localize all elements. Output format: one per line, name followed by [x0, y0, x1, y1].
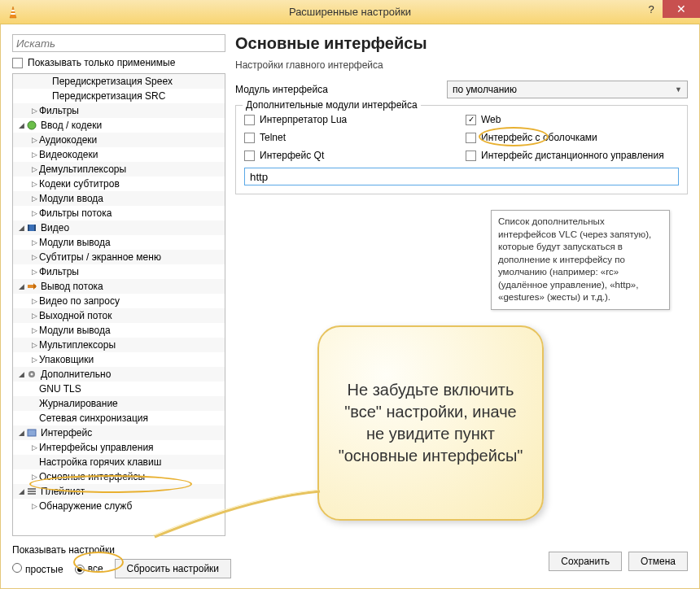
tree-item[interactable]: ▷Мультиплексоры — [13, 338, 225, 352]
tree-item-label: Вывод потока — [41, 281, 103, 292]
disclosure-icon[interactable]: ▷ — [29, 136, 39, 144]
radio-simple[interactable]: простые — [12, 563, 63, 575]
vlc-cone-icon — [7, 6, 20, 19]
tree-item[interactable]: ▷Модули ввода — [13, 191, 225, 206]
tree-item[interactable]: ◢Вывод потока — [13, 279, 225, 294]
svg-marker-8 — [33, 283, 37, 290]
svg-rect-14 — [28, 493, 36, 495]
telnet-label: Telnet — [260, 132, 286, 143]
stream-icon — [26, 281, 37, 292]
svg-rect-13 — [28, 491, 36, 492]
lua-checkbox[interactable] — [244, 115, 255, 125]
disclosure-icon[interactable]: ◢ — [16, 370, 26, 378]
tree-item[interactable]: Сетевая синхронизация — [13, 411, 225, 425]
disclosure-icon[interactable]: ▷ — [29, 356, 39, 364]
tree-item[interactable]: ◢Ввод / кодеки — [13, 118, 225, 133]
tree-item[interactable]: Журналирование — [13, 396, 225, 411]
skins-checkbox[interactable] — [466, 133, 476, 143]
tree-item[interactable]: ◢Дополнительно — [13, 367, 225, 382]
tree-item[interactable]: ▷Видео по запросу — [13, 294, 225, 308]
tree-item-label: Дополнительно — [41, 369, 111, 380]
tree-item[interactable]: ▷Видеокодеки — [13, 147, 225, 162]
interface-module-dropdown[interactable]: по умолчанию ▼ — [447, 81, 688, 98]
tree-item[interactable]: ▷Демультиплексоры — [13, 162, 225, 177]
tree-item[interactable]: ◢Видео — [13, 220, 225, 235]
tree-item[interactable]: ▷Выходной поток — [13, 308, 225, 323]
disclosure-icon[interactable]: ◢ — [16, 121, 26, 129]
titlebar: Расширенные настройки ? ✕ — [0, 0, 700, 24]
web-checkbox[interactable] — [466, 115, 476, 125]
tree-item[interactable]: Передискретизация Speex — [13, 74, 225, 89]
close-button[interactable]: ✕ — [663, 0, 700, 18]
reset-button[interactable]: Сбросить настройки — [115, 559, 231, 578]
tree-item[interactable]: ▷Модули вывода — [13, 235, 225, 250]
disclosure-icon[interactable]: ▷ — [29, 502, 39, 510]
disclosure-icon[interactable]: ▷ — [29, 107, 39, 115]
qt-checkbox[interactable] — [244, 151, 255, 161]
disclosure-icon[interactable]: ▷ — [29, 165, 39, 173]
tree-item[interactable]: ▷Фильтры потока — [13, 206, 225, 220]
remote-checkbox[interactable] — [466, 151, 476, 161]
tree-item[interactable]: ▷Интерфейсы управления — [13, 440, 225, 455]
tree-item-label: Фильтры — [39, 105, 79, 116]
save-button[interactable]: Сохранить — [549, 552, 622, 571]
gear-icon — [26, 369, 37, 380]
tree-item-label: Фильтры потока — [39, 207, 112, 219]
cancel-button[interactable]: Отмена — [628, 552, 688, 571]
disclosure-icon[interactable]: ◢ — [16, 487, 26, 495]
page-title: Основные интерфейсы — [235, 34, 688, 53]
tree-item-label: Аудиокодеки — [39, 134, 97, 146]
tree-item-label: Модули вывода — [39, 237, 111, 248]
tree-item[interactable]: ▷Фильтры — [13, 103, 225, 118]
tree-item-label: Обнаружение служб — [39, 500, 132, 512]
disclosure-icon[interactable]: ◢ — [16, 224, 26, 232]
tree-item[interactable]: ◢Плейлист — [13, 484, 225, 499]
disclosure-icon[interactable]: ▷ — [29, 326, 39, 334]
tree-item-label: Видеокодеки — [39, 149, 98, 160]
disclosure-icon[interactable]: ◢ — [16, 282, 26, 290]
help-button[interactable]: ? — [640, 0, 663, 18]
extra-interfaces-fieldset: Дополнительные модули интерфейса Интерпр… — [235, 105, 688, 194]
tree-item[interactable]: ▷Субтитры / экранное меню — [13, 250, 225, 264]
tooltip: Список дополнительных интерфейсов VLC (ч… — [491, 210, 670, 310]
tree-item[interactable]: ▷Фильтры — [13, 264, 225, 279]
search-input[interactable] — [12, 34, 225, 52]
disclosure-icon[interactable]: ▷ — [29, 151, 39, 159]
extra-interfaces-input[interactable] — [244, 168, 679, 185]
telnet-checkbox[interactable] — [244, 133, 255, 143]
tree-item-label: Основные интерфейсы — [39, 471, 145, 482]
tree-item[interactable]: Настройка горячих клавиш — [13, 455, 225, 469]
disclosure-icon[interactable]: ▷ — [29, 443, 39, 452]
svg-point-3 — [28, 121, 36, 129]
tree-item-label: GNU TLS — [39, 383, 81, 395]
tree-item[interactable]: ▷Основные интерфейсы — [13, 469, 225, 484]
tree-item-label: Упаковщики — [39, 354, 94, 365]
fieldset-legend: Дополнительные модули интерфейса — [243, 99, 421, 111]
disclosure-icon[interactable]: ▷ — [29, 209, 39, 217]
tree-item[interactable]: ▷Кодеки субтитров — [13, 177, 225, 191]
disclosure-icon[interactable]: ▷ — [29, 238, 39, 247]
disclosure-icon[interactable]: ▷ — [29, 253, 39, 261]
disclosure-icon[interactable]: ▷ — [29, 297, 39, 305]
disclosure-icon[interactable]: ▷ — [29, 268, 39, 276]
disclosure-icon[interactable]: ▷ — [29, 473, 39, 481]
tree-item-label: Журналирование — [39, 398, 118, 409]
tree-item[interactable]: ▷Аудиокодеки — [13, 133, 225, 147]
tree-item[interactable]: GNU TLS — [13, 382, 225, 396]
tree-item[interactable]: ▷Модули вывода — [13, 323, 225, 338]
disclosure-icon[interactable]: ▷ — [29, 194, 39, 203]
settings-tree[interactable]: Передискретизация SpeexПередискретизация… — [12, 73, 225, 536]
disclosure-icon[interactable]: ▷ — [29, 180, 39, 188]
tree-item-label: Интерфейс — [41, 427, 92, 438]
disclosure-icon[interactable]: ▷ — [29, 312, 39, 320]
tree-item[interactable]: ◢Интерфейс — [13, 425, 225, 440]
disclosure-icon[interactable]: ◢ — [16, 429, 26, 437]
list-icon — [26, 486, 37, 497]
disclosure-icon[interactable]: ▷ — [29, 341, 39, 349]
tree-item[interactable]: ▷Обнаружение служб — [13, 499, 225, 513]
only-applicable-checkbox[interactable] — [12, 58, 23, 68]
radio-all[interactable]: все — [75, 563, 103, 574]
tree-item[interactable]: ▷Упаковщики — [13, 352, 225, 367]
tree-item[interactable]: Передискретизация SRC — [13, 89, 225, 103]
tree-item-label: Интерфейсы управления — [39, 442, 154, 453]
